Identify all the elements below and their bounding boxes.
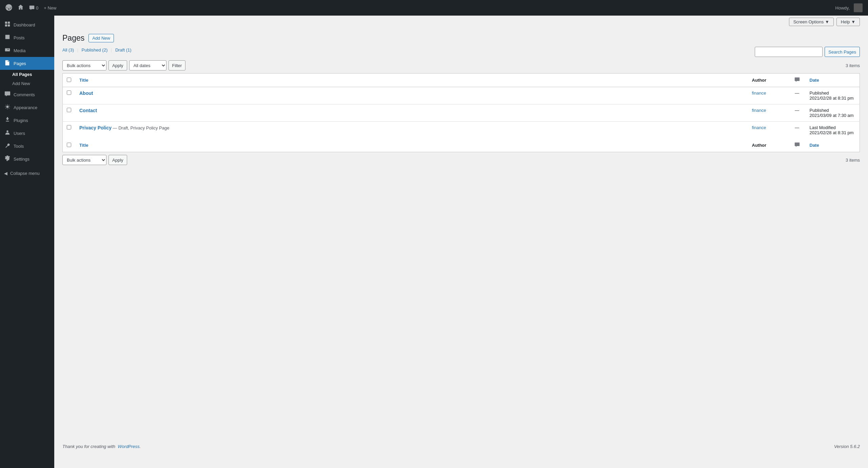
row-checkbox-1[interactable] [67,108,71,112]
page-content: Pages Add New All (3) | Published (2) | [54,28,868,170]
row-title-link-1[interactable]: Contact [79,108,97,113]
comments-menu-item[interactable]: 0 [29,5,38,11]
screen-options-button[interactable]: Screen Options ▼ [789,18,834,26]
collapse-label: Collapse menu [10,171,40,176]
row-comments-cell-2: — [789,122,806,139]
sidebar-item-posts[interactable]: Posts [0,31,54,44]
row-checkbox-0[interactable] [67,90,71,95]
row-date-status-2: Last Modified [810,125,836,130]
svg-rect-4 [8,24,10,26]
select-all-checkbox[interactable] [67,78,71,82]
home-icon[interactable] [18,4,24,12]
row-checkbox-2[interactable] [67,125,71,129]
sidebar-item-settings[interactable]: Settings [0,152,54,165]
bulk-actions-select-bottom[interactable]: Bulk actionsEditMove to Trash [62,155,106,165]
filter-links: All (3) | Published (2) | Draft (1) [62,47,132,53]
plugins-icon [4,117,11,124]
table-row: About finance — Published 2021/02/28 at … [63,87,860,104]
new-menu-item[interactable]: + New [44,5,56,11]
footer-left: Thank you for creating with WordPress. [62,444,141,449]
sidebar-item-posts-label: Posts [14,35,25,40]
svg-point-6 [6,130,8,132]
sidebar-item-plugins[interactable]: Plugins [0,114,54,127]
sidebar-item-appearance-label: Appearance [14,105,37,110]
row-author-link-2[interactable]: finance [752,125,766,130]
settings-icon [4,155,11,163]
howdy-text: Howdy, [835,5,850,11]
comments-col-icon-bottom [794,143,800,148]
table-header-row: Title Author Date [63,74,860,87]
collapse-icon: ◀ [4,171,7,176]
bottom-toolbar: Bulk actionsEditMove to Trash Apply 3 it… [62,155,860,165]
bulk-actions-select-top[interactable]: Bulk actionsEditMove to Trash [62,60,106,70]
search-input[interactable] [755,47,823,57]
row-date-cell-1: Published 2021/03/09 at 7:30 am [806,104,860,122]
col-footer-date[interactable]: Date [806,139,860,152]
page-title-row: Pages Add New [62,34,860,43]
row-comments-dash-1: — [795,108,799,113]
filter-draft-link[interactable]: Draft (1) [115,47,132,53]
row-title-cell-2: Privacy Policy — Draft, Privacy Policy P… [75,122,748,139]
sidebar-item-dashboard-label: Dashboard [14,22,35,27]
search-row: Search Pages [755,47,860,57]
top-toolbar: Bulk actionsEditMove to Trash Apply All … [62,60,860,70]
filter-all-link[interactable]: All (3) [62,47,75,53]
avatar[interactable] [854,3,863,12]
date-sort-link[interactable]: Date [810,78,819,83]
select-all-col [63,74,76,87]
all-dates-select[interactable]: All dates [129,60,166,70]
help-label: Help [841,19,850,24]
title-sort-link[interactable]: Title [79,78,88,83]
sidebar-item-users[interactable]: Users [0,127,54,140]
row-checkbox-cell-2 [63,122,76,139]
row-date-status-0: Published [810,90,829,96]
sidebar-item-media-label: Media [14,48,25,53]
sidebar-item-pages[interactable]: Pages [0,57,54,70]
sidebar-item-comments[interactable]: Comments [0,88,54,101]
sidebar-all-pages[interactable]: All Pages [0,70,54,79]
apply-button-bottom[interactable]: Apply [108,155,127,165]
col-header-title[interactable]: Title [75,74,748,87]
page-title: Pages [62,34,84,43]
comments-count: 0 [36,5,38,11]
row-author-cell-2: finance [748,122,789,139]
row-author-link-0[interactable]: finance [752,90,766,96]
layout: Dashboard Posts Media Pages All Pages Ad… [0,16,868,468]
sidebar-item-appearance[interactable]: Appearance [0,101,54,114]
filter-button[interactable]: Filter [169,60,186,70]
col-header-date[interactable]: Date [806,74,860,87]
top-right-bar: Screen Options ▼ Help ▼ [54,16,868,28]
pages-submenu: All Pages Add New [0,70,54,88]
sidebar: Dashboard Posts Media Pages All Pages Ad… [0,16,54,468]
sidebar-add-new-page[interactable]: Add New [0,79,54,88]
apply-button-top[interactable]: Apply [108,60,127,70]
row-title-link-2[interactable]: Privacy Policy [79,125,112,130]
title-sort-link-bottom[interactable]: Title [79,143,88,148]
sidebar-item-tools[interactable]: Tools [0,140,54,152]
svg-rect-1 [5,22,7,24]
table-row: Contact finance — Published 2021/03/09 a… [63,104,860,122]
table-footer-row: Title Author Date [63,139,860,152]
row-title-link-0[interactable]: About [79,90,93,96]
sidebar-item-comments-label: Comments [14,92,35,97]
new-label: + New [44,5,56,11]
add-new-button[interactable]: Add New [88,34,114,42]
select-all-col-bottom [63,139,76,152]
row-comments-cell-0: — [789,87,806,104]
sidebar-item-pages-label: Pages [14,61,26,66]
wordpress-link[interactable]: WordPress [118,444,139,449]
sidebar-item-media[interactable]: Media [0,44,54,57]
wp-logo-icon[interactable] [5,4,12,12]
sidebar-item-dashboard[interactable]: Dashboard [0,18,54,31]
date-sort-link-bottom[interactable]: Date [810,143,819,148]
filter-published-link[interactable]: Published (2) [82,47,109,53]
users-icon [4,129,11,137]
help-button[interactable]: Help ▼ [836,18,860,26]
collapse-menu[interactable]: ◀ Collapse menu [0,168,54,179]
row-author-link-1[interactable]: finance [752,108,766,113]
search-pages-button[interactable]: Search Pages [825,47,860,57]
select-all-checkbox-bottom[interactable] [67,143,71,147]
col-footer-title[interactable]: Title [75,139,748,152]
sidebar-item-users-label: Users [14,131,25,136]
footer-text-after: . [140,444,141,449]
